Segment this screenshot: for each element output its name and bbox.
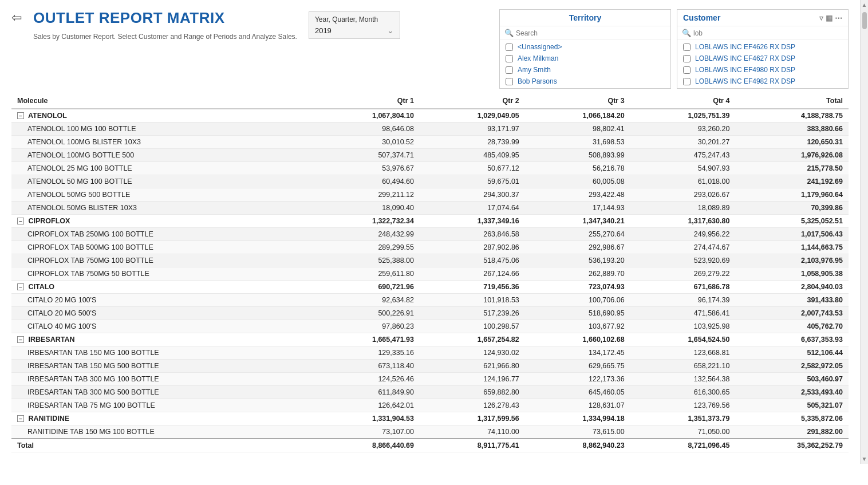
scroll-up-arrow[interactable]: ▲ <box>862 0 867 10</box>
group-name[interactable]: − CIPROFLOX <box>11 215 314 228</box>
detail-total: 503,460.97 <box>735 373 849 386</box>
table-row: − CIPROFLOX 1,322,732.34 1,337,349.16 1,… <box>11 215 849 228</box>
export-icon[interactable]: ▦ <box>826 14 833 22</box>
customer-checkbox-ef4627[interactable] <box>683 55 691 62</box>
customer-item-ef4626[interactable]: LOBLAWS INC EF4626 RX DSP <box>677 41 848 53</box>
detail-total: 505,321.07 <box>735 399 849 412</box>
expand-icon[interactable]: − <box>17 336 24 343</box>
customer-item-ef4980[interactable]: LOBLAWS INC EF4980 RX DSP <box>677 64 848 76</box>
territory-label-amysmith: Amy Smith <box>518 66 551 74</box>
group-total: 6,637,353.93 <box>735 333 849 346</box>
detail-name: ATENOLOL 25 MG 100 BOTTLE <box>11 162 314 175</box>
detail-name: ATENOLOL 50MG 500 BOTTLE <box>11 188 314 202</box>
detail-qtr2: 518,475.06 <box>420 254 525 267</box>
table-row: − ATENOLOL 1,067,804.10 1,029,049.05 1,0… <box>11 109 849 123</box>
group-name[interactable]: − CITALO <box>11 281 314 294</box>
group-name[interactable]: − IRBESARTAN <box>11 333 314 346</box>
detail-qtr3: 98,802.41 <box>525 123 630 136</box>
detail-qtr4: 616,300.65 <box>630 386 736 399</box>
table-row: CITALO 20 MG 100'S 92,634.82 101,918.53 … <box>11 294 849 307</box>
territory-checkbox-bobparsons[interactable] <box>506 78 513 85</box>
right-scrollbar[interactable]: ▲ ▼ <box>860 0 868 464</box>
detail-qtr3: 508,893.99 <box>525 149 630 162</box>
territory-item-bobparsons[interactable]: Bob Parsons <box>500 76 670 87</box>
detail-qtr4: 123,769.56 <box>630 399 736 412</box>
territory-search-input[interactable] <box>516 29 666 37</box>
detail-qtr1: 673,118.40 <box>314 360 420 373</box>
total-qtr4: 8,721,096.45 <box>630 439 736 452</box>
expand-icon[interactable]: − <box>17 218 24 224</box>
expand-icon[interactable]: − <box>17 415 24 422</box>
detail-total: 2,007,743.53 <box>735 307 849 320</box>
territory-search-row: 🔍 <box>500 26 670 40</box>
detail-qtr4: 18,089.89 <box>630 202 736 215</box>
detail-qtr1: 97,860.23 <box>314 320 420 333</box>
detail-qtr2: 621,966.80 <box>420 360 525 373</box>
table-row: ATENOLOL 50MG 500 BOTTLE 299,211.12 294,… <box>11 188 849 202</box>
detail-name: ATENOLOL 100MG BLISTER 10X3 <box>11 136 314 149</box>
total-qtr1: 8,866,440.69 <box>314 439 420 452</box>
territory-title: Territory <box>569 13 602 22</box>
detail-qtr1: 299,211.12 <box>314 188 420 202</box>
detail-name: IRBESARTAN TAB 300 MG 100 BOTTLE <box>11 373 314 386</box>
detail-qtr3: 292,986.67 <box>525 241 630 254</box>
detail-qtr2: 100,298.57 <box>420 320 525 333</box>
group-name[interactable]: − RANITIDINE <box>11 412 314 425</box>
territory-item-alexmilkman[interactable]: Alex Milkman <box>500 53 670 64</box>
sales-table: Molecule Qtr 1 Qtr 2 Qtr 3 Qtr 4 Total −… <box>11 93 849 452</box>
detail-qtr4: 269,279.22 <box>630 267 736 281</box>
territory-checkbox-unassigned[interactable] <box>506 44 513 51</box>
detail-qtr2: 485,409.95 <box>420 149 525 162</box>
detail-qtr4: 30,201.27 <box>630 136 736 149</box>
customer-panel: Customer ▿ ▦ ⋯ 🔍 LOB <box>677 9 849 89</box>
more-icon[interactable]: ⋯ <box>835 14 842 22</box>
territory-checkbox-alexmilkman[interactable] <box>506 55 513 62</box>
search-icon: 🔍 <box>682 29 691 37</box>
territory-item-unassigned[interactable]: <Unassigned> <box>500 41 670 53</box>
table-row: CITALO 40 MG 100'S 97,860.23 100,298.57 … <box>11 320 849 333</box>
customer-item-ef4627[interactable]: LOBLAWS INC EF4627 RX DSP <box>677 53 848 64</box>
customer-search-input[interactable] <box>693 29 843 37</box>
detail-qtr3: 536,193.20 <box>525 254 630 267</box>
detail-qtr1: 53,976.67 <box>314 162 420 175</box>
customer-item-ef4982[interactable]: LOBLAWS INC EF4982 RX DSP <box>677 76 848 87</box>
detail-name: CIPROFLOX TAB 750MG 50 BOTTLE <box>11 267 314 281</box>
molecule-group-label: RANITIDINE <box>28 415 69 423</box>
detail-qtr3: 518,690.95 <box>525 307 630 320</box>
table-row: RANITIDINE TAB 150 MG 100 BOTTLE 73,107.… <box>11 425 849 439</box>
detail-total: 291,882.00 <box>735 425 849 439</box>
customer-checkbox-ef4626[interactable] <box>683 44 691 51</box>
detail-qtr4: 523,920.69 <box>630 254 736 267</box>
customer-title: Customer <box>683 13 720 22</box>
detail-qtr1: 507,374.71 <box>314 149 420 162</box>
table-row: ATENOLOL 50 MG 100 BOTTLE 60,494.60 59,6… <box>11 175 849 188</box>
detail-qtr4: 123,668.81 <box>630 346 736 360</box>
expand-icon[interactable]: − <box>17 112 24 119</box>
total-row: Total 8,866,440.69 8,911,775.41 8,862,94… <box>11 439 849 452</box>
group-total: 5,325,052.51 <box>735 215 849 228</box>
territory-item-amysmith[interactable]: Amy Smith <box>500 64 670 76</box>
back-button[interactable]: ⇦ <box>11 11 22 24</box>
detail-name: CITALO 20 MG 500'S <box>11 307 314 320</box>
filter-icon[interactable]: ▿ <box>819 14 823 22</box>
expand-icon[interactable]: − <box>17 283 24 290</box>
customer-checkbox-ef4980[interactable] <box>683 66 691 74</box>
group-name[interactable]: − ATENOLOL <box>11 109 314 123</box>
detail-qtr3: 262,889.70 <box>525 267 630 281</box>
detail-qtr3: 17,144.93 <box>525 202 630 215</box>
table-header-row: Molecule Qtr 1 Qtr 2 Qtr 3 Qtr 4 Total <box>11 93 849 109</box>
detail-name: IRBESARTAN TAB 300 MG 500 BOTTLE <box>11 386 314 399</box>
territory-checkbox-amysmith[interactable] <box>506 66 513 74</box>
scroll-down-arrow[interactable]: ▼ <box>862 454 867 464</box>
detail-total: 2,582,972.05 <box>735 360 849 373</box>
period-selector[interactable]: Year, Quarter, Month 2019 ⌄ <box>309 11 400 39</box>
group-total: 4,188,788.75 <box>735 109 849 123</box>
detail-total: 2,533,493.40 <box>735 386 849 399</box>
scroll-thumb[interactable] <box>862 12 867 29</box>
customer-checkbox-ef4982[interactable] <box>683 78 691 85</box>
group-qtr1: 690,721.96 <box>314 281 420 294</box>
customer-search-row: 🔍 <box>677 26 848 40</box>
detail-qtr4: 274,474.67 <box>630 241 736 254</box>
detail-qtr2: 294,300.37 <box>420 188 525 202</box>
group-qtr3: 1,660,102.68 <box>525 333 630 346</box>
